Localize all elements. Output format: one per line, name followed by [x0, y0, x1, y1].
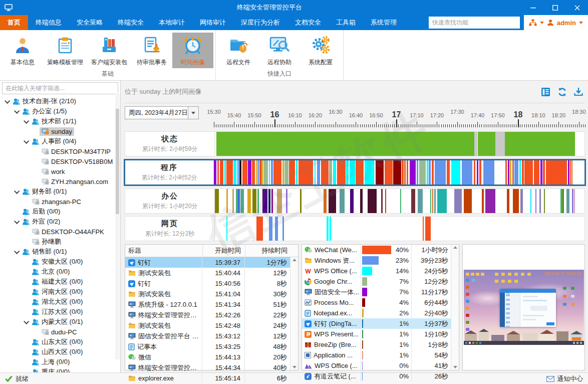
- tree-item[interactable]: dudu-PC: [0, 327, 120, 337]
- tree-item[interactable]: 内蒙大区 (0/1): [0, 317, 120, 327]
- chevron-down-icon[interactable]: [13, 189, 21, 194]
- app-usage-row[interactable]: Application ...1%54秒: [302, 350, 451, 360]
- chevron-down-icon[interactable]: [13, 250, 21, 254]
- tree-item[interactable]: 重庆 (0/0): [0, 367, 120, 372]
- app-usage-row[interactable]: 有道云笔记 (...0%26秒: [302, 371, 451, 381]
- chevron-down-icon[interactable]: [22, 119, 30, 123]
- app-usage-row[interactable]: 钉钉 (DingTa...1%1分37秒: [302, 318, 451, 329]
- menu-tab-6[interactable]: 网络审计: [192, 15, 233, 30]
- tree-item[interactable]: 山东大区 (0/0): [0, 337, 120, 347]
- screen-thumbnail[interactable]: 2023-04-27 15:40:11: [464, 270, 584, 345]
- window-table-row[interactable]: 固信安全管控平台 安装15:43:1212秒: [125, 331, 290, 341]
- tree-item[interactable]: 江苏大区 (0/0): [0, 307, 120, 317]
- timeline-row-canvas[interactable]: [215, 217, 584, 241]
- tree-item[interactable]: 福建大区 (0/0): [0, 277, 120, 287]
- tree-item[interactable]: DESKTOP-O44AFPK: [0, 227, 120, 237]
- ribbon-item-clipboard[interactable]: 策略模板管理: [43, 33, 87, 68]
- menu-tab-9[interactable]: 工具箱: [329, 15, 363, 30]
- admin-caret-icon[interactable]: [579, 22, 583, 24]
- menu-tab-7[interactable]: 深度行为分析: [233, 15, 287, 30]
- ribbon-item-alarm-clock[interactable]: 时间画像: [172, 33, 213, 68]
- timeline-row-状态[interactable]: 状态累计时长: 2小时59分: [125, 131, 585, 156]
- admin-label[interactable]: admin: [557, 19, 576, 27]
- window-table-row[interactable]: 钉钉15:40:568秒: [125, 278, 290, 289]
- menu-tab-5[interactable]: 本地审计: [151, 15, 192, 30]
- notification-envelope-icon[interactable]: [546, 376, 554, 382]
- app-usage-row[interactable]: WPS Office (...0%41秒: [302, 360, 451, 371]
- tree-item[interactable]: DESKTOP-V518B0M: [0, 156, 120, 166]
- window-table-row[interactable]: 终端安全管理管控平...15:42:2622秒: [125, 310, 290, 320]
- ribbon-item-user[interactable]: 基本信息: [2, 33, 43, 68]
- window-table-row[interactable]: 系统升级 - 127.0.0.115:41:3451秒: [125, 299, 290, 310]
- tree-item[interactable]: work: [0, 166, 120, 176]
- menu-tab-4[interactable]: 终端安全: [110, 15, 151, 30]
- tree-item[interactable]: 孙继鹏: [0, 237, 120, 247]
- chevron-down-icon[interactable]: [22, 139, 30, 143]
- tree-item[interactable]: 人事部 (0/4): [0, 136, 120, 146]
- tree-item[interactable]: 外宣 (0/2): [0, 217, 120, 227]
- tree-item[interactable]: sunday: [0, 126, 120, 136]
- tree-item[interactable]: zhangsan-PC: [0, 197, 120, 207]
- table-scrollbar[interactable]: [290, 257, 298, 370]
- menu-tab-1[interactable]: 首页: [0, 15, 28, 30]
- app-usage-row[interactable]: WPS Present...1%1分10秒: [302, 329, 451, 339]
- close-button[interactable]: [566, 0, 588, 15]
- minimize-button[interactable]: [522, 0, 544, 15]
- tree-item[interactable]: 销售部 (0/1): [0, 247, 120, 257]
- tree-item[interactable]: 山西大区 (0/0): [0, 347, 120, 357]
- ribbon-item-stamp-doc[interactable]: 待审批事务: [131, 33, 172, 68]
- ribbon-item-remote-assist[interactable]: 远程协助: [259, 33, 300, 68]
- ribbon-item-remote-file[interactable]: 远程文件: [218, 33, 259, 68]
- timeline-row-网页[interactable]: 网页累计时长: 12分2秒: [125, 216, 585, 241]
- tree-item[interactable]: 北京 (0/0): [0, 267, 120, 277]
- report-list-icon[interactable]: [541, 87, 550, 97]
- menu-tab-8[interactable]: 文档安全: [287, 15, 329, 30]
- admin-user-icon[interactable]: [547, 19, 554, 26]
- app-usage-row[interactable]: Notepad.ex...2%2分40秒: [302, 308, 451, 318]
- chevron-down-icon[interactable]: [22, 320, 30, 324]
- timeline-row-canvas[interactable]: [215, 132, 584, 156]
- chevron-down-icon[interactable]: [13, 220, 21, 224]
- refresh-icon[interactable]: [557, 87, 567, 97]
- app-usage-row[interactable]: Windows 资...23%39分23秒: [302, 255, 451, 266]
- app-usage-row[interactable]: Google Chr...7%12分2秒: [302, 276, 451, 287]
- window-table-row[interactable]: 记事本15:43:2548秒: [125, 341, 290, 352]
- tree-item[interactable]: 安徽大区 (0/0): [0, 257, 120, 267]
- tree-filter-input[interactable]: [2, 82, 118, 94]
- app-usage-row[interactable]: WPS Office (...14%24分5秒: [302, 266, 451, 276]
- ribbon-item-package[interactable]: 客户端安装包: [87, 33, 131, 68]
- org-tree-icon[interactable]: [529, 19, 537, 26]
- tree-item[interactable]: 后勤 (0/0): [0, 207, 120, 217]
- maximize-button[interactable]: [544, 0, 566, 15]
- tree-item[interactable]: 技术自测-张 (2/10): [0, 96, 120, 106]
- window-table-row[interactable]: explorer.exe15:45:146秒: [125, 373, 290, 383]
- window-table-row[interactable]: 测试安装包15:42:4824秒: [125, 320, 290, 331]
- tree-item[interactable]: 湖北大区 (0/0): [0, 297, 120, 307]
- tree-item[interactable]: 技术部 (1/1): [0, 116, 120, 126]
- window-table-row[interactable]: 钉钉15:39:371分7秒: [125, 257, 290, 268]
- table-scrollbar[interactable]: [451, 245, 459, 370]
- tree-scrollbar[interactable]: [115, 94, 120, 359]
- ribbon-item-gears[interactable]: 系统配置: [300, 33, 341, 68]
- window-table-row[interactable]: 测试安装包15:40:4412秒: [125, 268, 290, 278]
- menu-tab-2[interactable]: 终端信息: [28, 15, 69, 30]
- window-table-row[interactable]: 微信15:44:1320秒: [125, 352, 290, 362]
- tree-item[interactable]: 河南大区 (0/0): [0, 287, 120, 297]
- menu-tab-3[interactable]: 安全策略: [69, 15, 110, 30]
- date-dropdown-button[interactable]: [188, 107, 198, 119]
- timeline-row-canvas[interactable]: [215, 189, 584, 213]
- app-usage-row[interactable]: BreeZip (Bre...1%1分8秒: [302, 339, 451, 350]
- date-picker[interactable]: 周四, 2023年4月27日: [125, 106, 199, 119]
- notification-center-label[interactable]: 通知中心: [557, 374, 583, 383]
- menu-tab-10[interactable]: 系统管理: [363, 15, 404, 30]
- tree-item[interactable]: 办公室 (1/5): [0, 106, 120, 116]
- timeline-row-canvas[interactable]: [214, 160, 584, 184]
- chevron-down-icon[interactable]: [13, 109, 21, 113]
- timeline-row-程序[interactable]: 程序累计时长: 2小时52分: [124, 159, 586, 186]
- quick-search-input[interactable]: [429, 17, 520, 29]
- tree-item[interactable]: DESKTOP-M34T7IP: [0, 146, 120, 156]
- tree-item[interactable]: ZYH.zhangsan.com: [0, 176, 120, 186]
- download-icon[interactable]: [574, 87, 583, 96]
- timeline-row-办公[interactable]: 办公累计时长: 1小时20分: [125, 188, 585, 214]
- org-caret-icon[interactable]: [540, 22, 544, 24]
